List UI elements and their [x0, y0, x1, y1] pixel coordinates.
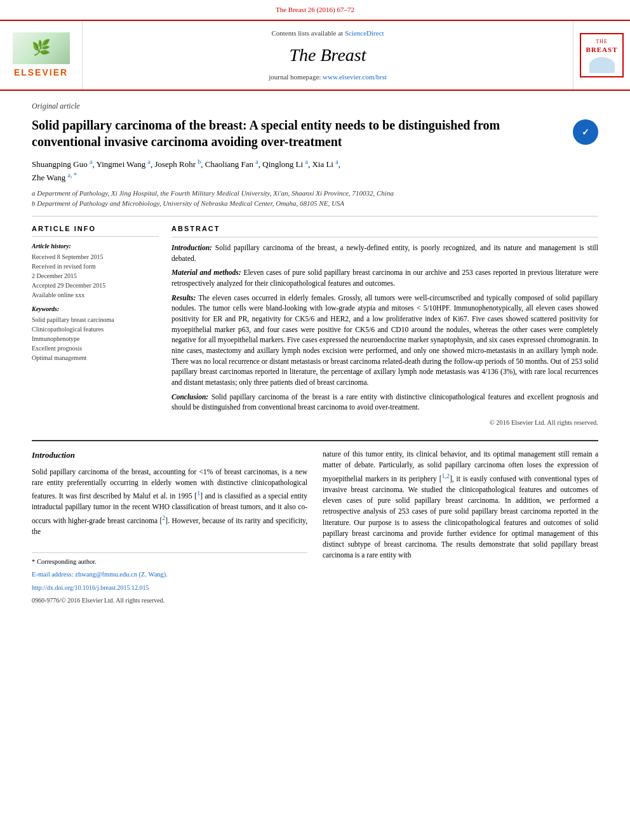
elsevier-logo-container: ELSEVIER	[0, 21, 83, 90]
doi-line: http://dx.doi.org/10.1016/j.breast.2015.…	[32, 583, 307, 593]
accepted-date: Accepted 29 December 2015	[32, 281, 159, 290]
conclusion-text: Solid papillary carcinoma of the breast …	[171, 393, 598, 411]
homepage-line: journal homepage: www.elsevier.com/brst	[269, 72, 387, 82]
conclusion-label: Conclusion:	[171, 393, 208, 401]
journal-homepage-link[interactable]: www.elsevier.com/brst	[323, 73, 387, 81]
abstract-intro: Introduction: Solid papillary carcinoma …	[171, 243, 598, 263]
methods-label: Material and methods:	[171, 269, 241, 276]
intro-text: Solid papillary carcinoma of the breast,…	[171, 244, 598, 262]
keyword-4: Excellent prognosis	[32, 343, 159, 353]
body-left-column: Introduction Solid papillary carcinoma o…	[32, 449, 307, 605]
results-label: Results:	[171, 294, 196, 302]
available-online: Available online xxx	[32, 290, 159, 300]
affiliations: a Department of Pathology, Xi Jing Hospi…	[32, 189, 598, 208]
revised-date: Received in revised form	[32, 262, 159, 271]
article-title-section: Solid papillary carcinoma of the breast:…	[32, 117, 598, 150]
keyword-3: Immunophenotype	[32, 334, 159, 343]
intro-left-para: Solid papillary carcinoma of the breast,…	[32, 467, 307, 537]
author-email[interactable]: zhwang@fmmu.edu.cn	[75, 571, 137, 578]
elsevier-tree-icon	[13, 32, 70, 64]
abstract-results: Results: The eleven cases occurred in el…	[171, 293, 598, 388]
abstract-panel: ABSTRACT Introduction: Solid papillary c…	[171, 224, 598, 432]
affiliation-a: a Department of Pathology, Xi Jing Hospi…	[32, 189, 394, 197]
svg-text:✓: ✓	[582, 128, 589, 137]
elsevier-brand: ELSEVIER	[13, 67, 70, 79]
email-line: E-mail address: zhwang@fmmu.edu.cn (Z. W…	[32, 570, 307, 580]
contents-available-line: Contents lists available at ScienceDirec…	[271, 29, 384, 38]
breast-journal-logo-container: THE BREAST	[573, 21, 630, 90]
journal-title-section: Contents lists available at ScienceDirec…	[83, 21, 573, 90]
doi-link[interactable]: http://dx.doi.org/10.1016/j.breast.2015.…	[32, 584, 149, 591]
abstract-conclusion: Conclusion: Solid papillary carcinoma of…	[171, 392, 598, 413]
elsevier-logo: ELSEVIER	[13, 32, 70, 79]
results-text: The eleven cases occurred in elderly fem…	[171, 294, 598, 386]
info-abstract-section: ARTICLE INFO Article history: Received 8…	[32, 224, 598, 432]
intro-heading: Introduction	[32, 449, 307, 462]
sciencedirect-link[interactable]: ScienceDirect	[345, 29, 384, 37]
article-info-header: ARTICLE INFO	[32, 224, 159, 237]
abstract-header: ABSTRACT	[171, 224, 598, 237]
body-columns: Introduction Solid papillary carcinoma o…	[32, 449, 598, 605]
corresponding-author-note: * Corresponding author.	[32, 557, 307, 567]
keyword-2: Clinicopathological features	[32, 324, 159, 334]
article-title: Solid papillary carcinoma of the breast:…	[32, 117, 566, 150]
authors-line: Shuangping Guo a, Yingmei Wang a, Joseph…	[32, 157, 598, 183]
article-type: Original article	[32, 101, 598, 112]
keyword-5: Optimal management	[32, 353, 159, 363]
keyword-1: Solid papillary breast carcinoma	[32, 315, 159, 324]
affiliation-b: b Department of Pathology and Microbiolo…	[32, 199, 344, 207]
ref-r1[interactable]: 1,2	[441, 472, 450, 479]
breast-logo-the: THE	[596, 38, 608, 45]
journal-title: The Breast	[289, 43, 366, 67]
contents-prefix: Contents lists available at	[271, 29, 343, 37]
intro-right-para: nature of this tumor entity, its clinica…	[323, 449, 598, 561]
crossmark-badge: ✓	[573, 119, 598, 145]
bottom-divider	[32, 440, 598, 441]
main-content: Original article Solid papillary carcino…	[0, 91, 630, 615]
breast-logo-breast: BREAST	[586, 45, 617, 55]
breast-journal-logo: THE BREAST	[580, 33, 624, 77]
email-suffix: (Z. Wang).	[139, 571, 168, 578]
received-date: Received 8 September 2015	[32, 252, 159, 262]
journal-ref: The Breast 26 (2016) 67–72	[0, 5, 630, 15]
history-label: Article history:	[32, 242, 159, 251]
ref-1[interactable]: 1	[197, 490, 200, 497]
intro-label: Introduction:	[171, 244, 212, 251]
keywords-label: Keywords:	[32, 305, 159, 314]
header-content: ELSEVIER Contents lists available at Sci…	[0, 21, 630, 91]
crossmark-icon: ✓	[578, 124, 593, 140]
journal-header: The Breast 26 (2016) 67–72	[0, 0, 630, 21]
rights-line: 0960-9776/© 2016 Elsevier Ltd. All right…	[32, 596, 307, 605]
email-label: E-mail address:	[32, 571, 74, 578]
ref-2[interactable]: 2	[162, 514, 165, 521]
revised-date2: 2 December 2015	[32, 271, 159, 281]
section-divider	[32, 216, 598, 217]
corr-label: * Corresponding author.	[32, 558, 97, 565]
breast-logo-graphic	[589, 57, 615, 73]
abstract-methods: Material and methods: Eleven cases of pu…	[171, 267, 598, 288]
article-info-panel: ARTICLE INFO Article history: Received 8…	[32, 224, 159, 432]
body-right-column: nature of this tumor entity, its clinica…	[323, 449, 598, 605]
footnote-section: * Corresponding author. E-mail address: …	[32, 552, 307, 605]
copyright-line: © 2016 Elsevier Ltd. All rights reserved…	[171, 418, 598, 427]
homepage-prefix: journal homepage:	[269, 73, 321, 81]
